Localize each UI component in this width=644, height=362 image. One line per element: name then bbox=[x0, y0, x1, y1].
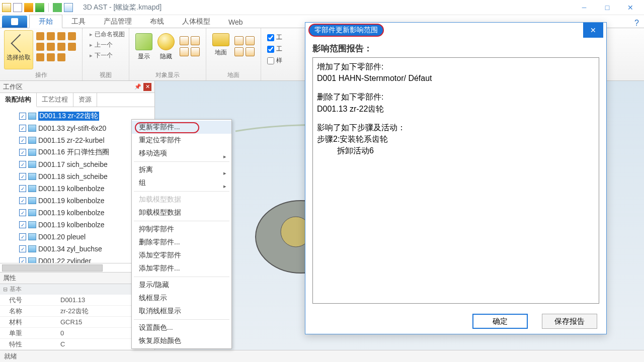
checkbox-icon[interactable] bbox=[19, 233, 26, 240]
tool-icon[interactable] bbox=[36, 43, 44, 51]
menu-item[interactable]: 取消线框显示 bbox=[132, 305, 231, 318]
next-view-button[interactable]: 下一个 bbox=[90, 51, 125, 60]
impact-report[interactable]: 增加了如下零部件: D001 HAHN-Sternmotor/ Défaut 删… bbox=[312, 57, 599, 304]
dialog-title: 零部件更新影响范围 bbox=[308, 24, 384, 37]
menu-item[interactable]: 重定位零部件 bbox=[132, 134, 231, 147]
tool-icon[interactable] bbox=[36, 32, 44, 40]
maximize-button[interactable] bbox=[596, 0, 619, 15]
app-menu-button[interactable] bbox=[2, 16, 27, 28]
chip-icon[interactable] bbox=[246, 36, 255, 45]
qat-icon[interactable] bbox=[2, 3, 11, 12]
qat-redo-icon[interactable] bbox=[64, 3, 73, 12]
chip-icon[interactable] bbox=[180, 36, 189, 45]
tree-item[interactable]: D001.19 kolbenbolze bbox=[5, 183, 152, 195]
tree-item[interactable]: D001.19 kolbenbolze bbox=[5, 195, 152, 207]
tab-start[interactable]: 开始 bbox=[29, 15, 62, 28]
tool-icon[interactable] bbox=[47, 53, 55, 61]
checkbox-icon[interactable] bbox=[19, 221, 26, 228]
tree-item[interactable]: D001.33 zyl-stift-6x20 bbox=[5, 122, 152, 134]
tool-icon[interactable] bbox=[36, 53, 44, 61]
save-report-button[interactable]: 保存报告 bbox=[542, 314, 597, 329]
tool-icon[interactable] bbox=[68, 32, 76, 40]
named-view-dropdown[interactable]: 已命名视图 bbox=[90, 30, 125, 39]
chip-icon[interactable] bbox=[191, 47, 200, 56]
menu-item[interactable]: 添加零部件... bbox=[132, 262, 231, 275]
tree-item[interactable]: D001.19 kolbenbolze bbox=[5, 219, 152, 231]
panel-close-button[interactable]: ✕ bbox=[143, 83, 151, 91]
checkbox-icon[interactable] bbox=[19, 185, 26, 192]
chip-icon[interactable] bbox=[191, 36, 200, 45]
menu-item[interactable]: 抑制零部件 bbox=[132, 223, 231, 236]
chip-icon[interactable] bbox=[180, 47, 189, 56]
menu-item[interactable]: 显示/隐藏 bbox=[132, 279, 231, 292]
tab-human[interactable]: 人体模型 bbox=[173, 15, 219, 28]
tab-route[interactable]: 布线 bbox=[141, 15, 173, 28]
qat-icon[interactable] bbox=[13, 3, 22, 12]
subtab-resource[interactable]: 资源 bbox=[73, 93, 97, 107]
close-button[interactable] bbox=[619, 0, 642, 15]
tree-item[interactable]: D001.18 sich_scheibe bbox=[5, 170, 152, 183]
qat-icon[interactable] bbox=[24, 3, 33, 12]
subtab-process[interactable]: 工艺过程 bbox=[37, 93, 73, 107]
checkbox-icon[interactable] bbox=[19, 245, 26, 252]
help-button[interactable]: ? bbox=[634, 19, 639, 28]
pin-icon[interactable]: 📌 bbox=[134, 83, 141, 90]
checkbox-icon[interactable] bbox=[19, 173, 26, 180]
menu-item[interactable]: 线框显示 bbox=[132, 292, 231, 305]
qat-undo-icon[interactable] bbox=[53, 3, 62, 12]
minimize-button[interactable] bbox=[573, 0, 596, 15]
checkbox-icon[interactable] bbox=[19, 125, 26, 132]
tree-item[interactable]: D001.19 kolbenbolze bbox=[5, 207, 152, 219]
show-button[interactable]: 显示 bbox=[135, 33, 152, 61]
menu-item[interactable]: 拆离 bbox=[132, 163, 231, 176]
tab-web[interactable]: Web bbox=[219, 16, 252, 28]
tab-product[interactable]: 产品管理 bbox=[95, 15, 141, 28]
menu-item[interactable]: 设置颜色... bbox=[132, 321, 231, 334]
chip-icon[interactable] bbox=[234, 36, 244, 45]
menu-item[interactable]: 更新零部件... bbox=[132, 121, 231, 134]
checkbox-icon[interactable] bbox=[19, 113, 26, 120]
checkbox-icon[interactable] bbox=[19, 149, 26, 156]
checkbox-icon[interactable] bbox=[19, 137, 26, 144]
part-icon bbox=[28, 137, 36, 144]
check-option[interactable]: 工 bbox=[267, 45, 282, 53]
ground-button[interactable]: 地面 bbox=[212, 33, 229, 57]
tree-item[interactable]: D001.15 zr-22-kurbel bbox=[5, 134, 152, 146]
subtab-structure[interactable]: 装配结构 bbox=[0, 93, 37, 107]
checkbox-icon[interactable] bbox=[19, 161, 26, 168]
menu-item[interactable]: 删除零部件... bbox=[132, 236, 231, 249]
tool-icon[interactable] bbox=[68, 43, 76, 51]
menu-item[interactable]: 恢复原始颜色 bbox=[132, 334, 231, 347]
menu-item[interactable]: 卸载模型数据 bbox=[132, 206, 231, 219]
tool-icon[interactable] bbox=[47, 32, 55, 40]
tab-tools[interactable]: 工具 bbox=[62, 15, 95, 28]
checkbox-icon[interactable] bbox=[19, 209, 26, 216]
part-icon bbox=[28, 257, 36, 263]
checkbox-icon[interactable] bbox=[19, 197, 26, 204]
chip-icon[interactable] bbox=[246, 47, 255, 56]
check-option[interactable]: 样 bbox=[267, 56, 282, 65]
tree-item[interactable]: D001.20 pleuel bbox=[5, 231, 152, 243]
checkbox-icon[interactable] bbox=[19, 257, 26, 263]
chip-icon[interactable] bbox=[234, 47, 244, 56]
menu-item[interactable]: 添加空零部件 bbox=[132, 249, 231, 262]
tool-icon[interactable] bbox=[57, 32, 65, 40]
ok-button[interactable]: 确定 bbox=[472, 314, 528, 329]
dialog-close-button[interactable]: ✕ bbox=[583, 23, 603, 38]
tree-item[interactable]: D001.22 zylinder bbox=[5, 255, 152, 263]
menu-item[interactable]: 移动选项 bbox=[132, 147, 231, 160]
tree-item[interactable]: D001.13 zr-22齿轮 bbox=[5, 110, 152, 122]
tool-icon[interactable] bbox=[57, 43, 65, 51]
tree-item[interactable]: D001.17 sich_scheibe bbox=[5, 158, 152, 170]
hide-button[interactable]: 隐藏 bbox=[157, 33, 175, 61]
prev-view-button[interactable]: 上一个 bbox=[90, 41, 125, 49]
tree-item[interactable]: D001.16 开口弹性挡圈 bbox=[5, 146, 152, 158]
part-icon bbox=[28, 113, 36, 120]
select-pick-button[interactable]: 选择拾取 bbox=[4, 30, 33, 69]
tree-item[interactable]: D001.34 zyl_buchse bbox=[5, 243, 152, 255]
qat-icon[interactable] bbox=[35, 3, 44, 12]
check-option[interactable]: 工 bbox=[267, 33, 282, 42]
menu-item[interactable]: 组 bbox=[132, 176, 231, 190]
tool-icon[interactable] bbox=[57, 53, 65, 61]
tool-icon[interactable] bbox=[47, 43, 55, 51]
